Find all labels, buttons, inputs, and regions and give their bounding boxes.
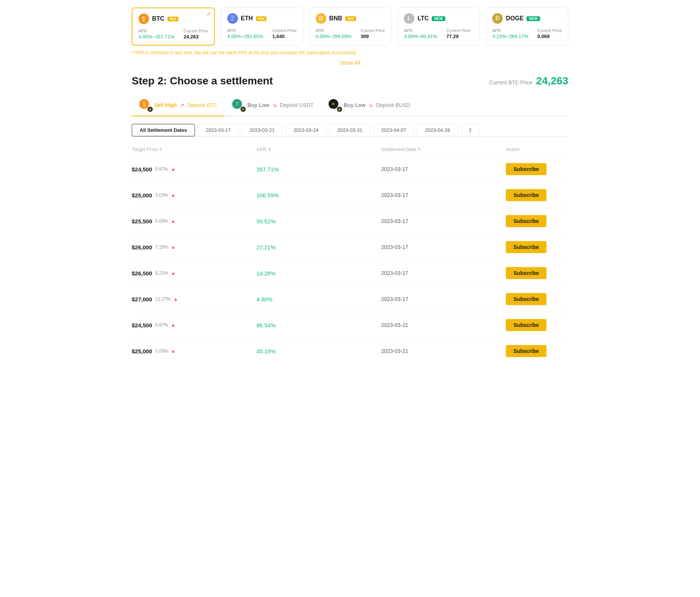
coin-card-doge[interactable]: Ð DOGE NEW APR 4.22%~269.17% Current Pri… — [486, 8, 568, 46]
subscribe-button-4[interactable]: Subscribe — [506, 267, 546, 279]
doge-badge: NEW — [527, 16, 540, 21]
sell-high-label: Sell High — [154, 102, 177, 108]
coin-card-eth[interactable]: Ξ ETH Hot APR 4.00%~291.65% Current Pric… — [221, 8, 303, 46]
ltc-price-value: 77.29 — [446, 34, 471, 39]
apr-cell-4: 14.28% — [256, 270, 381, 276]
subscribe-button-1[interactable]: Subscribe — [506, 189, 546, 201]
tab-buy-low-busd[interactable]: B ⚡ Buy Low ↘ Deposit BUSD — [321, 95, 418, 116]
table-header: Target Price ⇅ APR ⇅ Settlement Date ⇅ A… — [132, 143, 568, 156]
eth-name: ETH — [241, 15, 253, 22]
table-row: $26,500 9.21% ▲ 14.28% 2023-03-17 Subscr… — [132, 260, 568, 286]
eth-price-value: 1,640 — [272, 34, 297, 39]
sell-high-btc-coin-icon: ₿ — [139, 99, 149, 109]
target-price-cell-1: $25,000 3.03% ▲ — [132, 192, 256, 198]
sell-high-arrow-up-icon: ↗ — [180, 102, 184, 108]
subscribe-button-5[interactable]: Subscribe — [506, 293, 546, 305]
bnb-icon: B — [316, 13, 326, 24]
apr-cell-3: 27.21% — [256, 244, 381, 250]
sort-settlement-date-icon: ⇅ — [418, 147, 421, 151]
btc-badge: Hot — [167, 17, 178, 21]
price-up-arrow-icon-0: ▲ — [171, 166, 175, 172]
doge-apr-value: 4.22%~269.17% — [492, 34, 528, 39]
target-price-cell-5: $27,000 11.27% ▲ — [132, 296, 256, 302]
table-row: $25,000 3.03% ▲ 45.19% 2023-03-21 Subscr… — [132, 338, 568, 364]
table-row: $27,000 11.27% ▲ 4.90% 2023-03-17 Subscr… — [132, 286, 568, 312]
doge-price-label: Current Price — [537, 28, 562, 33]
date-tab-0331[interactable]: 2023-03-31 — [329, 124, 370, 136]
ltc-price-label: Current Price — [446, 28, 471, 33]
eth-price-label: Current Price — [272, 28, 297, 33]
subscribe-button-0[interactable]: Subscribe — [506, 163, 546, 175]
coin-cards-section: ₿ BTC Hot APR 4.00%~267.71% Current Pric… — [132, 8, 568, 46]
price-up-arrow-icon-3: ▲ — [171, 244, 175, 250]
buy-low-usdt-lightning-icon: ⚡ — [241, 108, 245, 111]
bnb-apr-label: APR — [316, 28, 352, 33]
price-up-arrow-icon-6: ▲ — [171, 322, 175, 328]
table-row: $24,500 0.97% ▲ 267.71% 2023-03-17 Subsc… — [132, 156, 568, 182]
price-up-arrow-icon-4: ▲ — [171, 270, 175, 276]
subscribe-button-2[interactable]: Subscribe — [506, 215, 546, 227]
settlement-date-cell-0: 2023-03-17 — [381, 166, 506, 172]
tab-buy-low-usdt[interactable]: T ⚡ Buy Low ↘ Deposit USDT — [225, 95, 321, 116]
btc-price-label: Current Price — [184, 29, 208, 33]
date-tab-all[interactable]: All Settlement Dates — [132, 124, 195, 136]
apr-cell-0: 267.71% — [256, 166, 381, 173]
apr-cell-2: 50.52% — [256, 218, 381, 224]
header-apr[interactable]: APR ⇅ — [256, 147, 381, 152]
table-row: $26,000 7.15% ▲ 27.21% 2023-03-17 Subscr… — [132, 234, 568, 260]
eth-badge: Hot — [256, 16, 267, 21]
buy-low-busd-lightning-icon: ⚡ — [338, 108, 341, 111]
subscribe-button-3[interactable]: Subscribe — [506, 241, 546, 253]
deposit-busd-label: Deposit BUSD — [376, 102, 410, 108]
eth-apr-label: APR — [227, 28, 263, 33]
btc-name: BTC — [152, 15, 164, 22]
action-cell-3: Subscribe — [506, 241, 568, 253]
doge-apr-label: APR — [492, 28, 528, 33]
target-price-cell-0: $24,500 0.97% ▲ — [132, 166, 256, 173]
settlement-date-cell-1: 2023-03-17 — [381, 192, 506, 198]
date-tab-0321[interactable]: 2023-03-21 — [242, 124, 283, 136]
btc-apr-label: APR — [138, 29, 175, 33]
target-price-cell-2: $25,500 5.09% ▲ — [132, 218, 256, 224]
table-row: $25,500 5.09% ▲ 50.52% 2023-03-17 Subscr… — [132, 208, 568, 234]
settlement-date-cell-7: 2023-03-21 — [381, 348, 506, 354]
coin-card-ltc[interactable]: Ł LTC NEW APR 4.06%~60.91% Current Price… — [397, 8, 480, 46]
table-row: $24,500 0.97% ▲ 86.54% 2023-03-21 Subscr… — [132, 312, 568, 338]
price-up-arrow-icon-2: ▲ — [171, 218, 175, 224]
coin-card-bnb[interactable]: B BNB Hot APR 4.00%~289.09% Current Pric… — [309, 8, 392, 46]
settlement-date-cell-5: 2023-03-17 — [381, 296, 506, 302]
tab-sell-high-btc[interactable]: ₿ ⚡ Sell High ↗ Deposit BTC — [132, 95, 225, 116]
date-tabs-section: All Settlement Dates 2023-03-17 2023-03-… — [132, 124, 568, 137]
buy-low-usdt-label: Buy Low — [247, 102, 269, 108]
table-row: $25,000 3.03% ▲ 106.59% 2023-03-17 Subsc… — [132, 182, 568, 208]
apr-cell-7: 45.19% — [256, 348, 381, 354]
date-tab-0317[interactable]: 2023-03-17 — [198, 124, 239, 136]
header-settlement-date[interactable]: Settlement Date ⇅ — [381, 147, 506, 152]
settlement-tabs: ₿ ⚡ Sell High ↗ Deposit BTC T ⚡ Buy Low … — [132, 95, 568, 116]
show-all-link[interactable]: Show All — [340, 60, 360, 66]
header-action: Action — [506, 147, 568, 152]
deposit-btc-label: Deposit BTC — [187, 102, 217, 108]
action-cell-7: Subscribe — [506, 345, 568, 357]
btc-price-value: 24,263 — [184, 34, 208, 40]
bnb-name: BNB — [329, 15, 342, 22]
bnb-badge: Hot — [345, 16, 356, 21]
apr-cell-5: 4.90% — [256, 296, 381, 302]
ltc-badge: NEW — [432, 16, 445, 21]
subscribe-button-7[interactable]: Subscribe — [506, 345, 546, 357]
step2-title: Step 2: Choose a settlement — [132, 75, 273, 87]
date-tab-more[interactable]: 2 — [461, 124, 479, 136]
ltc-icon: Ł — [404, 13, 414, 24]
bnb-apr-value: 4.00%~289.09% — [316, 34, 352, 39]
header-target-price[interactable]: Target Price ⇅ — [132, 147, 256, 152]
date-tab-0324[interactable]: 2023-03-24 — [286, 124, 327, 136]
date-tab-0428[interactable]: 2023-04-28 — [417, 124, 458, 136]
eth-apr-value: 4.00%~291.65% — [227, 34, 263, 39]
subscribe-button-6[interactable]: Subscribe — [506, 319, 546, 331]
coin-card-btc[interactable]: ₿ BTC Hot APR 4.00%~267.71% Current Pric… — [132, 8, 215, 46]
date-tab-0407[interactable]: 2023-04-07 — [373, 124, 414, 136]
deposit-usdt-label: Deposit USDT — [280, 102, 313, 108]
action-cell-2: Subscribe — [506, 215, 568, 227]
eth-icon: Ξ — [227, 13, 238, 24]
buy-low-usdt-arrow-icon: ↘ — [272, 102, 277, 108]
